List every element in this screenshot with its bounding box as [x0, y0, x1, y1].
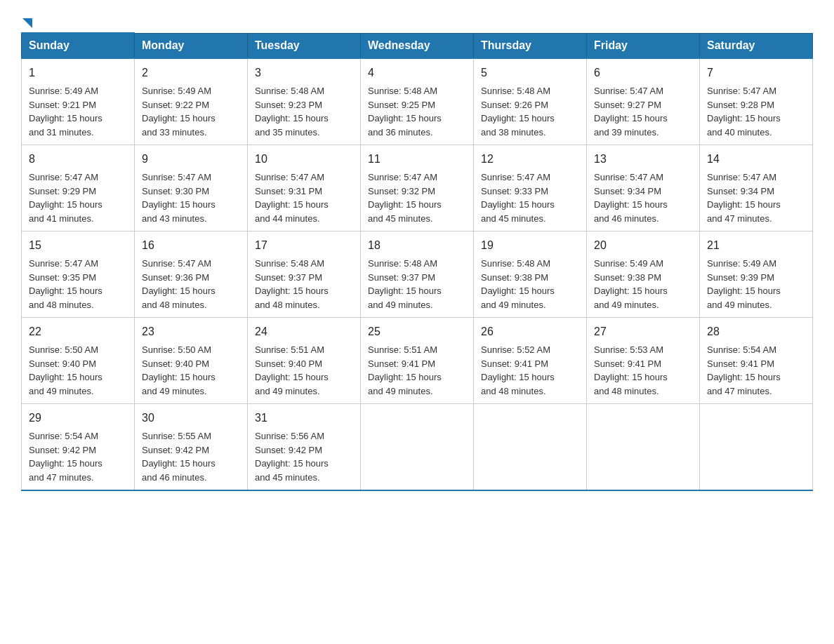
- sunset-label: Sunset: 9:33 PM: [481, 186, 548, 196]
- calendar-cell: 11 Sunrise: 5:47 AM Sunset: 9:32 PM Dayl…: [361, 145, 474, 232]
- daylight-minutes: and 45 minutes.: [481, 213, 546, 224]
- daylight-label: Daylight: 15 hours: [142, 286, 216, 296]
- day-number: 25: [368, 323, 466, 340]
- calendar-cell: 10 Sunrise: 5:47 AM Sunset: 9:31 PM Dayl…: [248, 145, 361, 232]
- sunset-label: Sunset: 9:27 PM: [594, 100, 661, 110]
- daylight-minutes: and 45 minutes.: [368, 213, 433, 224]
- daylight-minutes: and 45 minutes.: [255, 472, 320, 483]
- daylight-minutes: and 48 minutes.: [29, 300, 94, 310]
- sunset-label: Sunset: 9:41 PM: [707, 358, 774, 369]
- calendar-cell: 28 Sunrise: 5:54 AM Sunset: 9:41 PM Dayl…: [700, 318, 813, 404]
- weekday-header-saturday: Saturday: [700, 33, 813, 58]
- daylight-label: Daylight: 15 hours: [594, 113, 668, 123]
- calendar-cell: 2 Sunrise: 5:49 AM Sunset: 9:22 PM Dayli…: [135, 58, 248, 145]
- sunset-label: Sunset: 9:42 PM: [142, 445, 209, 455]
- daylight-minutes: and 48 minutes.: [255, 300, 320, 310]
- day-number: 27: [594, 323, 692, 340]
- sunset-label: Sunset: 9:40 PM: [255, 358, 322, 369]
- calendar-cell: 16 Sunrise: 5:47 AM Sunset: 9:36 PM Dayl…: [135, 232, 248, 318]
- sunrise-label: Sunrise: 5:49 AM: [707, 258, 776, 269]
- day-number: 12: [481, 151, 579, 168]
- weekday-header-wednesday: Wednesday: [361, 33, 474, 58]
- daylight-label: Daylight: 15 hours: [594, 286, 668, 296]
- daylight-label: Daylight: 15 hours: [29, 458, 102, 469]
- day-number: 2: [142, 65, 240, 81]
- calendar-cell: 12 Sunrise: 5:47 AM Sunset: 9:33 PM Dayl…: [474, 145, 587, 232]
- daylight-minutes: and 47 minutes.: [707, 386, 772, 396]
- weekday-header-tuesday: Tuesday: [248, 33, 361, 58]
- sunset-label: Sunset: 9:41 PM: [481, 358, 548, 369]
- sunset-label: Sunset: 9:28 PM: [707, 100, 774, 110]
- day-number: 11: [368, 151, 466, 168]
- day-number: 16: [142, 237, 240, 254]
- calendar-cell: 22 Sunrise: 5:50 AM Sunset: 9:40 PM Dayl…: [22, 318, 135, 404]
- day-number: 8: [29, 151, 127, 168]
- calendar-cell: 25 Sunrise: 5:51 AM Sunset: 9:41 PM Dayl…: [361, 318, 474, 404]
- daylight-label: Daylight: 15 hours: [368, 199, 442, 210]
- daylight-label: Daylight: 15 hours: [481, 113, 555, 123]
- weekday-header-row: SundayMondayTuesdayWednesdayThursdayFrid…: [22, 33, 813, 58]
- sunset-label: Sunset: 9:40 PM: [142, 358, 209, 369]
- day-number: 20: [594, 237, 692, 254]
- logo: [21, 14, 32, 25]
- day-number: 5: [481, 65, 579, 81]
- calendar-cell: 20 Sunrise: 5:49 AM Sunset: 9:38 PM Dayl…: [587, 232, 700, 318]
- daylight-label: Daylight: 15 hours: [142, 458, 216, 469]
- sunset-label: Sunset: 9:42 PM: [29, 445, 96, 455]
- sunrise-label: Sunrise: 5:53 AM: [594, 344, 663, 355]
- daylight-minutes: and 49 minutes.: [368, 386, 433, 396]
- sunrise-label: Sunrise: 5:47 AM: [594, 172, 663, 182]
- logo-arrow-icon: [22, 18, 32, 28]
- daylight-minutes: and 49 minutes.: [481, 300, 546, 310]
- sunrise-label: Sunrise: 5:55 AM: [142, 431, 211, 441]
- daylight-minutes: and 38 minutes.: [481, 127, 546, 137]
- daylight-minutes: and 35 minutes.: [255, 127, 320, 137]
- sunrise-label: Sunrise: 5:49 AM: [142, 86, 211, 96]
- daylight-label: Daylight: 15 hours: [481, 372, 555, 382]
- weekday-header-monday: Monday: [135, 33, 248, 58]
- daylight-label: Daylight: 15 hours: [707, 286, 781, 296]
- calendar-cell: 6 Sunrise: 5:47 AM Sunset: 9:27 PM Dayli…: [587, 58, 700, 145]
- sunset-label: Sunset: 9:35 PM: [29, 272, 96, 283]
- calendar-cell: 13 Sunrise: 5:47 AM Sunset: 9:34 PM Dayl…: [587, 145, 700, 232]
- daylight-minutes: and 48 minutes.: [142, 300, 207, 310]
- day-number: 19: [481, 237, 579, 254]
- sunset-label: Sunset: 9:42 PM: [255, 445, 322, 455]
- daylight-label: Daylight: 15 hours: [29, 199, 102, 210]
- calendar-cell: 27 Sunrise: 5:53 AM Sunset: 9:41 PM Dayl…: [587, 318, 700, 404]
- day-number: 24: [255, 323, 353, 340]
- sunset-label: Sunset: 9:40 PM: [29, 358, 96, 369]
- daylight-minutes: and 46 minutes.: [142, 472, 207, 483]
- day-number: 23: [142, 323, 240, 340]
- sunrise-label: Sunrise: 5:47 AM: [707, 172, 776, 182]
- daylight-minutes: and 44 minutes.: [255, 213, 320, 224]
- daylight-minutes: and 43 minutes.: [142, 213, 207, 224]
- sunset-label: Sunset: 9:21 PM: [29, 100, 96, 110]
- sunset-label: Sunset: 9:25 PM: [368, 100, 435, 110]
- weekday-header-friday: Friday: [587, 33, 700, 58]
- sunrise-label: Sunrise: 5:54 AM: [29, 431, 98, 441]
- sunrise-label: Sunrise: 5:47 AM: [481, 172, 550, 182]
- calendar-cell: 15 Sunrise: 5:47 AM Sunset: 9:35 PM Dayl…: [22, 232, 135, 318]
- sunset-label: Sunset: 9:36 PM: [142, 272, 209, 283]
- sunset-label: Sunset: 9:26 PM: [481, 100, 548, 110]
- calendar-week-row: 29 Sunrise: 5:54 AM Sunset: 9:42 PM Dayl…: [22, 404, 813, 491]
- day-number: 26: [481, 323, 579, 340]
- calendar-week-row: 1 Sunrise: 5:49 AM Sunset: 9:21 PM Dayli…: [22, 58, 813, 145]
- sunrise-label: Sunrise: 5:48 AM: [481, 86, 550, 96]
- daylight-label: Daylight: 15 hours: [707, 113, 781, 123]
- sunrise-label: Sunrise: 5:47 AM: [29, 258, 98, 269]
- weekday-header-thursday: Thursday: [474, 33, 587, 58]
- daylight-minutes: and 48 minutes.: [594, 386, 659, 396]
- daylight-minutes: and 48 minutes.: [481, 386, 546, 396]
- calendar-cell: 9 Sunrise: 5:47 AM Sunset: 9:30 PM Dayli…: [135, 145, 248, 232]
- sunset-label: Sunset: 9:38 PM: [594, 272, 661, 283]
- day-number: 28: [707, 323, 805, 340]
- sunrise-label: Sunrise: 5:48 AM: [255, 258, 324, 269]
- sunset-label: Sunset: 9:39 PM: [707, 272, 774, 283]
- sunrise-label: Sunrise: 5:47 AM: [29, 172, 98, 182]
- daylight-minutes: and 41 minutes.: [29, 213, 94, 224]
- day-number: 18: [368, 237, 466, 254]
- day-number: 3: [255, 65, 353, 81]
- weekday-header-sunday: Sunday: [22, 33, 135, 58]
